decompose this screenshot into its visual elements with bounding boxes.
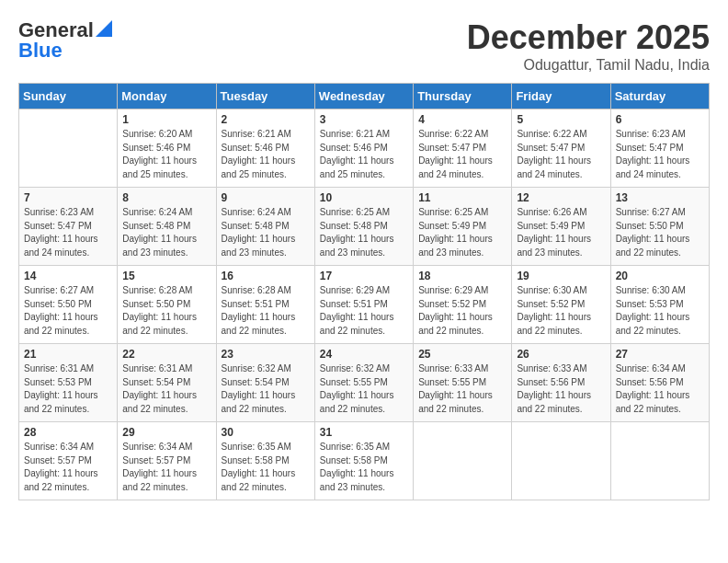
calendar-cell: 17Sunrise: 6:29 AMSunset: 5:51 PMDayligh… [314, 266, 413, 344]
calendar-cell: 2Sunrise: 6:21 AMSunset: 5:46 PMDaylight… [216, 109, 314, 188]
calendar-cell: 23Sunrise: 6:32 AMSunset: 5:54 PMDayligh… [216, 344, 314, 422]
calendar-cell: 9Sunrise: 6:24 AMSunset: 5:48 PMDaylight… [216, 188, 314, 266]
calendar-cell: 6Sunrise: 6:23 AMSunset: 5:47 PMDaylight… [610, 109, 709, 188]
day-number: 22 [122, 348, 210, 361]
calendar-cell: 11Sunrise: 6:25 AMSunset: 5:49 PMDayligh… [414, 188, 512, 266]
cell-sun-info: Sunrise: 6:35 AMSunset: 5:58 PMDaylight:… [222, 441, 310, 494]
cell-sun-info: Sunrise: 6:27 AMSunset: 5:50 PMDaylight:… [616, 206, 704, 259]
calendar-cell: 10Sunrise: 6:25 AMSunset: 5:48 PMDayligh… [314, 188, 413, 266]
day-number: 8 [122, 191, 210, 204]
calendar-cell: 29Sunrise: 6:34 AMSunset: 5:57 PMDayligh… [118, 422, 216, 500]
calendar-cell: 25Sunrise: 6:33 AMSunset: 5:55 PMDayligh… [414, 344, 512, 422]
location-subtitle: Odugattur, Tamil Nadu, India [467, 57, 710, 74]
day-number: 16 [222, 270, 310, 282]
day-header-friday: Friday [512, 84, 610, 109]
logo-text-blue: Blue [18, 39, 63, 63]
day-header-sunday: Sunday [19, 84, 118, 109]
calendar-cell: 24Sunrise: 6:32 AMSunset: 5:55 PMDayligh… [314, 344, 413, 422]
cell-sun-info: Sunrise: 6:23 AMSunset: 5:47 PMDaylight:… [616, 128, 704, 181]
day-header-thursday: Thursday [414, 84, 512, 109]
svg-marker-0 [96, 20, 112, 37]
day-number: 29 [122, 426, 210, 439]
day-number: 27 [616, 348, 704, 361]
day-number: 9 [222, 191, 310, 204]
cell-sun-info: Sunrise: 6:21 AMSunset: 5:46 PMDaylight:… [320, 128, 408, 181]
week-row-3: 14Sunrise: 6:27 AMSunset: 5:50 PMDayligh… [19, 266, 710, 344]
day-number: 17 [320, 270, 408, 282]
cell-sun-info: Sunrise: 6:27 AMSunset: 5:50 PMDaylight:… [24, 284, 112, 338]
header-row: SundayMondayTuesdayWednesdayThursdayFrid… [19, 84, 710, 109]
calendar-cell: 19Sunrise: 6:30 AMSunset: 5:52 PMDayligh… [512, 266, 610, 344]
cell-sun-info: Sunrise: 6:24 AMSunset: 5:48 PMDaylight:… [122, 206, 210, 259]
page-header: General Blue December 2025 Odugattur, Ta… [18, 18, 710, 74]
day-number: 3 [320, 113, 408, 126]
calendar-cell: 1Sunrise: 6:20 AMSunset: 5:46 PMDaylight… [118, 109, 216, 188]
title-block: December 2025 Odugattur, Tamil Nadu, Ind… [467, 18, 710, 74]
calendar-cell [610, 422, 709, 500]
cell-sun-info: Sunrise: 6:28 AMSunset: 5:51 PMDaylight:… [222, 284, 310, 338]
cell-sun-info: Sunrise: 6:32 AMSunset: 5:55 PMDaylight:… [320, 362, 408, 416]
calendar-cell: 31Sunrise: 6:35 AMSunset: 5:58 PMDayligh… [314, 422, 413, 500]
cell-sun-info: Sunrise: 6:29 AMSunset: 5:52 PMDaylight:… [418, 284, 506, 338]
calendar-cell: 5Sunrise: 6:22 AMSunset: 5:47 PMDaylight… [512, 109, 610, 188]
day-number: 5 [517, 113, 605, 126]
week-row-2: 7Sunrise: 6:23 AMSunset: 5:47 PMDaylight… [19, 188, 710, 266]
cell-sun-info: Sunrise: 6:34 AMSunset: 5:57 PMDaylight:… [122, 441, 210, 494]
cell-sun-info: Sunrise: 6:23 AMSunset: 5:47 PMDaylight:… [24, 206, 112, 259]
calendar-cell: 4Sunrise: 6:22 AMSunset: 5:47 PMDaylight… [414, 109, 512, 188]
day-number: 20 [616, 270, 704, 282]
day-number: 13 [616, 191, 704, 204]
week-row-1: 1Sunrise: 6:20 AMSunset: 5:46 PMDaylight… [19, 109, 710, 188]
cell-sun-info: Sunrise: 6:35 AMSunset: 5:58 PMDaylight:… [320, 441, 408, 494]
calendar-cell: 16Sunrise: 6:28 AMSunset: 5:51 PMDayligh… [216, 266, 314, 344]
cell-sun-info: Sunrise: 6:31 AMSunset: 5:53 PMDaylight:… [24, 362, 112, 416]
calendar-table: SundayMondayTuesdayWednesdayThursdayFrid… [18, 83, 710, 500]
cell-sun-info: Sunrise: 6:30 AMSunset: 5:52 PMDaylight:… [517, 284, 605, 338]
calendar-cell: 26Sunrise: 6:33 AMSunset: 5:56 PMDayligh… [512, 344, 610, 422]
week-row-4: 21Sunrise: 6:31 AMSunset: 5:53 PMDayligh… [19, 344, 710, 422]
cell-sun-info: Sunrise: 6:29 AMSunset: 5:51 PMDaylight:… [320, 284, 408, 338]
logo-triangle-icon [96, 20, 112, 37]
day-number: 7 [24, 191, 112, 204]
day-number: 25 [418, 348, 506, 361]
calendar-cell: 12Sunrise: 6:26 AMSunset: 5:49 PMDayligh… [512, 188, 610, 266]
cell-sun-info: Sunrise: 6:26 AMSunset: 5:49 PMDaylight:… [517, 206, 605, 259]
day-header-tuesday: Tuesday [216, 84, 314, 109]
week-row-5: 28Sunrise: 6:34 AMSunset: 5:57 PMDayligh… [19, 422, 710, 500]
cell-sun-info: Sunrise: 6:33 AMSunset: 5:55 PMDaylight:… [418, 362, 506, 416]
cell-sun-info: Sunrise: 6:24 AMSunset: 5:48 PMDaylight:… [222, 206, 310, 259]
cell-sun-info: Sunrise: 6:33 AMSunset: 5:56 PMDaylight:… [517, 362, 605, 416]
day-number: 30 [222, 426, 310, 439]
day-number: 19 [517, 270, 605, 282]
calendar-cell: 22Sunrise: 6:31 AMSunset: 5:54 PMDayligh… [118, 344, 216, 422]
day-number: 1 [122, 113, 210, 126]
day-header-monday: Monday [118, 84, 216, 109]
day-number: 18 [418, 270, 506, 282]
calendar-cell: 8Sunrise: 6:24 AMSunset: 5:48 PMDaylight… [118, 188, 216, 266]
day-number: 31 [320, 426, 408, 439]
calendar-cell: 30Sunrise: 6:35 AMSunset: 5:58 PMDayligh… [216, 422, 314, 500]
cell-sun-info: Sunrise: 6:34 AMSunset: 5:56 PMDaylight:… [616, 362, 704, 416]
calendar-cell: 21Sunrise: 6:31 AMSunset: 5:53 PMDayligh… [19, 344, 118, 422]
day-number: 24 [320, 348, 408, 361]
calendar-cell [414, 422, 512, 500]
cell-sun-info: Sunrise: 6:25 AMSunset: 5:48 PMDaylight:… [320, 206, 408, 259]
day-number: 21 [24, 348, 112, 361]
cell-sun-info: Sunrise: 6:22 AMSunset: 5:47 PMDaylight:… [418, 128, 506, 181]
calendar-cell: 18Sunrise: 6:29 AMSunset: 5:52 PMDayligh… [414, 266, 512, 344]
cell-sun-info: Sunrise: 6:32 AMSunset: 5:54 PMDaylight:… [222, 362, 310, 416]
day-number: 12 [517, 191, 605, 204]
calendar-cell [19, 109, 118, 188]
calendar-cell: 28Sunrise: 6:34 AMSunset: 5:57 PMDayligh… [19, 422, 118, 500]
calendar-cell: 15Sunrise: 6:28 AMSunset: 5:50 PMDayligh… [118, 266, 216, 344]
day-header-saturday: Saturday [610, 84, 709, 109]
day-number: 26 [517, 348, 605, 361]
cell-sun-info: Sunrise: 6:30 AMSunset: 5:53 PMDaylight:… [616, 284, 704, 338]
calendar-cell: 7Sunrise: 6:23 AMSunset: 5:47 PMDaylight… [19, 188, 118, 266]
day-number: 10 [320, 191, 408, 204]
day-number: 28 [24, 426, 112, 439]
logo: General Blue [18, 18, 112, 63]
day-number: 4 [418, 113, 506, 126]
cell-sun-info: Sunrise: 6:25 AMSunset: 5:49 PMDaylight:… [418, 206, 506, 259]
day-number: 23 [222, 348, 310, 361]
